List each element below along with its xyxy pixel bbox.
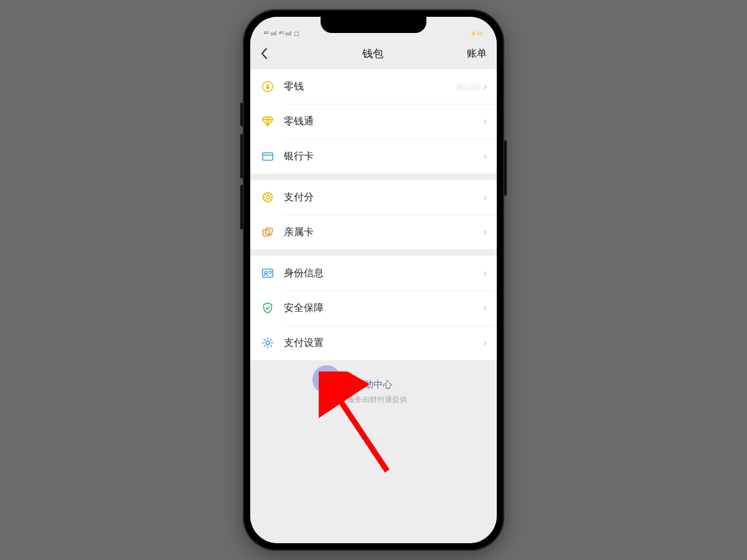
notch xyxy=(321,17,426,33)
row-bank_card[interactable]: 银行卡› xyxy=(250,139,497,174)
volume-button xyxy=(240,103,243,126)
chevron-right-icon: › xyxy=(484,151,487,162)
badge-icon xyxy=(260,190,275,205)
row-security[interactable]: 安全保障› xyxy=(250,291,497,325)
id-card-icon xyxy=(260,266,275,281)
volume-button xyxy=(240,134,243,179)
footer: 帮助中心本服务由财付通提供 xyxy=(250,366,497,424)
provider-note: 本服务由财付通提供 xyxy=(340,395,407,404)
row-label: 支付设置 xyxy=(284,337,484,350)
bills-button[interactable]: 账单 xyxy=(467,47,487,60)
chevron-right-icon: › xyxy=(484,81,487,92)
list-group: 支付分›亲属卡› xyxy=(250,180,497,250)
row-identity[interactable]: 身份信息› xyxy=(250,256,497,291)
shield-check-icon xyxy=(260,301,275,315)
list-group: 零钱¥0.00›零钱通›银行卡› xyxy=(250,69,497,174)
chevron-right-icon: › xyxy=(484,116,487,127)
volume-button xyxy=(240,185,243,230)
link-cards-icon xyxy=(260,225,275,240)
signal-icon: ⁴ᴳ ıııl xyxy=(279,30,291,37)
sim-icon: ▢ xyxy=(294,30,299,37)
row-label: 安全保障 xyxy=(284,302,484,315)
card-icon xyxy=(260,149,275,164)
row-balance_plus[interactable]: 零钱通› xyxy=(250,104,497,139)
svg-rect-1 xyxy=(263,153,273,161)
signal-icon: ⁴ᴳ ıııl xyxy=(264,30,276,37)
svg-point-3 xyxy=(266,195,270,199)
diamond-icon xyxy=(260,114,275,129)
row-balance[interactable]: 零钱¥0.00› xyxy=(250,69,497,104)
page-title: 钱包 xyxy=(362,47,383,61)
row-pay_settings[interactable]: 支付设置› xyxy=(250,325,497,360)
row-pay_score[interactable]: 支付分› xyxy=(250,180,497,215)
chevron-right-icon: › xyxy=(484,192,487,203)
screen: ⁴ᴳ ıııl ⁴ᴳ ıııl ▢ 10:28 ⚡98 钱包 账单 零钱¥0.0… xyxy=(250,17,497,543)
chevron-right-icon: › xyxy=(484,226,487,238)
nav-bar: 钱包 账单 xyxy=(250,38,497,69)
gear-icon xyxy=(260,335,275,350)
coin-yen-icon xyxy=(260,79,275,94)
svg-point-7 xyxy=(265,271,267,274)
chevron-right-icon: › xyxy=(484,337,487,348)
help-center-link[interactable]: 帮助中心 xyxy=(250,379,497,391)
svg-point-8 xyxy=(266,341,270,345)
content-list: 零钱¥0.00›零钱通›银行卡›支付分›亲属卡›身份信息›安全保障›支付设置›帮… xyxy=(250,69,497,543)
list-group: 身份信息›安全保障›支付设置› xyxy=(250,256,497,360)
row-label: 零钱 xyxy=(284,80,456,93)
row-value: ¥0.00 xyxy=(456,82,480,92)
row-label: 银行卡 xyxy=(284,150,484,163)
row-label: 零钱通 xyxy=(284,115,484,128)
row-label: 支付分 xyxy=(284,191,484,204)
chevron-right-icon: › xyxy=(484,302,487,314)
chevron-right-icon: › xyxy=(484,268,487,279)
chevron-left-icon xyxy=(260,47,268,60)
phone-frame: ⁴ᴳ ıııl ⁴ᴳ ıııl ▢ 10:28 ⚡98 钱包 账单 零钱¥0.0… xyxy=(243,9,504,551)
row-label: 身份信息 xyxy=(284,267,484,280)
row-label: 亲属卡 xyxy=(284,226,484,239)
battery-icon: ⚡98 xyxy=(470,30,483,37)
back-button[interactable] xyxy=(260,47,279,60)
row-family_card[interactable]: 亲属卡› xyxy=(250,215,497,250)
power-button xyxy=(504,140,507,196)
